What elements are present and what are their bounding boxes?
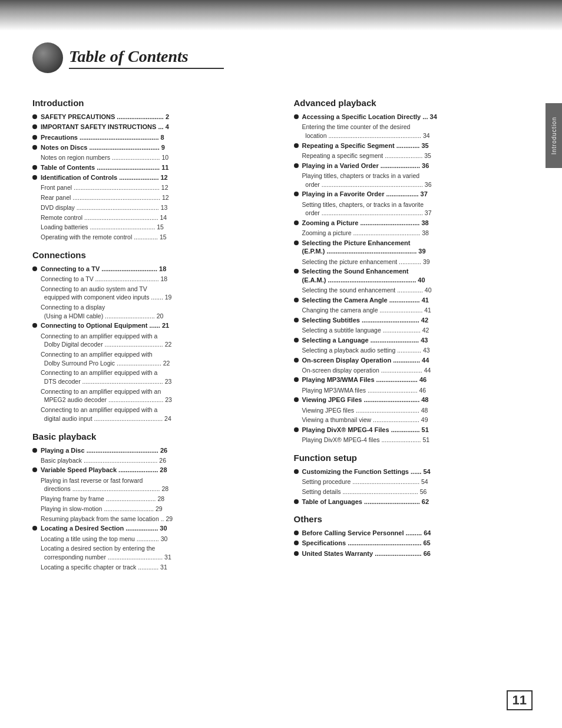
sub-item: Setting procedure ......................… [302,477,534,486]
item-label: Playing DivX® MPEG-4 Files .............… [302,426,534,434]
bullet-dot [294,220,299,225]
item-label: Selecting the Sound Enhancement(E.A.M.) … [302,267,534,284]
section-introduction: Introduction SAFETY PRECAUTIONS ........… [32,98,273,242]
bullet-dot [294,241,299,245]
section-function-setup: Function setup Customizing the Function … [294,453,534,506]
item-label: Viewing JPEG Files .....................… [302,396,534,404]
sub-item: Locating a title using the top menu ....… [41,535,273,543]
section-heading-connections: Connections [32,250,273,260]
sub-item: Connecting to an audio system and TV equ… [41,285,273,302]
sub-item: Selecting the sound enhancement ........… [302,286,534,295]
bullet-dot [32,266,37,271]
list-item: United States Warranty .................… [294,549,534,558]
list-item: Zooming a Picture ......................… [294,219,534,227]
bullet-dot [32,448,37,453]
list-item: Table of Languages .....................… [294,498,534,506]
sub-item: Front panel ............................… [41,183,273,192]
item-label: Playing in a Favorite Order ............… [302,190,534,198]
section-heading-others: Others [294,514,534,524]
list-item: Precautions ............................… [32,133,273,141]
sub-item: Connecting to an amplifier equipped with… [41,368,273,386]
bullet-dot [32,467,37,472]
bullet-dot [32,323,37,328]
section-heading-introduction: Introduction [32,98,273,108]
item-label: Selecting the Camera Angle .............… [302,296,534,304]
bullet-dot [294,377,299,382]
item-label: United States Warranty .................… [302,549,534,558]
list-item: Selecting the Camera Angle .............… [294,296,534,304]
list-item: Playing in a Favorite Order ............… [294,190,534,198]
sub-item: Entering the time counter of the desired… [302,123,534,140]
list-item: Table of Contents ......................… [32,163,273,172]
sub-item: Setting titles, chapters, or tracks in a… [302,200,534,218]
main-content: Table of Contents Introduction SAFETY PR… [0,42,562,611]
bullet-dot [294,427,299,432]
bullet-dot [32,135,37,140]
sub-item: Viewing JPEG files .....................… [302,406,534,415]
section-heading-function-setup: Function setup [294,453,534,463]
sub-item: Locating a desired section by entering t… [41,544,273,561]
item-label: Connecting to a TV .....................… [41,265,273,273]
bullet-dot [32,526,37,531]
item-label: Specifications .........................… [302,539,534,547]
item-label: Selecting the Picture Enhancement(E.P.M.… [302,239,534,256]
sub-item: Basic playback .........................… [41,456,273,465]
sub-item: Resuming playback from the same location… [41,515,273,523]
item-label: Table of Contents ......................… [41,163,273,172]
title-area: Table of Contents [32,42,534,73]
list-item: Before Calling Service Personnel .......… [294,529,534,537]
list-item: Playing a Disc .........................… [32,446,273,454]
page-title: Table of Contents [69,47,224,69]
sub-item: Selecting a subtitle language ..........… [302,326,534,335]
list-item: Notes on Discs .........................… [32,143,273,151]
bullet-dot [294,163,299,168]
bullet-dot [32,145,37,150]
item-label: Connecting to Optional Equipment ...... … [41,321,273,330]
right-column: Advanced playback Accessing a Specific L… [294,90,534,576]
list-item: Locating a Desired Section .............… [32,524,273,532]
sub-item: Viewing a thumbnail view ...............… [302,416,534,424]
list-item: Playing MP3/WMA Files ..................… [294,375,534,384]
bullet-dot [294,469,299,474]
sub-item: Playing in slow-motion .................… [41,505,273,513]
sub-item: Connecting to an amplifier equipped with… [41,332,273,349]
list-item: Identification of Controls .............… [32,173,273,182]
sub-item: Selecting a playback audio setting .....… [302,346,534,355]
bullet-dot [32,165,37,170]
list-item: Repeating a Specific Segment ...........… [294,141,534,150]
item-label: Zooming a Picture ......................… [302,219,534,227]
sub-item: Playing DivX® MPEG-4 files .............… [302,436,534,444]
bullet-dot [32,175,37,180]
sub-item: Locating a specific chapter or track ...… [41,563,273,572]
bullet-dot [294,318,299,322]
list-item: Specifications .........................… [294,539,534,547]
item-label: Accessing a Specific Location Directly .… [302,113,534,121]
item-label: Selecting a Language ...................… [302,336,534,344]
sub-item: Setting details ........................… [302,487,534,496]
sub-item: Playing in fast reverse or fast forward … [41,476,273,493]
list-item: On-screen Display Operation ............… [294,356,534,364]
list-item: Selecting a Language ...................… [294,336,534,344]
bullet-dot [294,143,299,148]
bullet-dot [32,114,37,119]
list-item: Selecting Subtitles ....................… [294,316,534,324]
section-heading-advanced-playback: Advanced playback [294,98,534,108]
list-item: SAFETY PRECAUTIONS .....................… [32,113,273,121]
bullet-dot [294,551,299,556]
section-connections: Connections Connecting to a TV .........… [32,250,273,423]
bullet-dot [294,397,299,402]
sub-item: Playing titles, chapters or tracks in a … [302,172,534,189]
bullet-dot [294,298,299,302]
item-label: Repeating a Specific Segment ...........… [302,141,534,150]
sub-item: Loading batteries ......................… [41,223,273,232]
sub-item: Notes on region numbers ................… [41,153,273,162]
sub-item: Playing MP3/WMA files ..................… [302,386,534,395]
sub-item: Changing the camera angle ..............… [302,306,534,315]
item-label: Before Calling Service Personnel .......… [302,529,534,537]
bullet-dot [294,499,299,504]
list-item: Variable Speed Playback ................… [32,466,273,474]
sub-item: Repeating a specific segment ...........… [302,151,534,160]
sub-item: Connecting to an amplifier equipped with… [41,406,273,423]
item-label: IMPORTANT SAFETY INSTRUCTIONS ... 4 [41,123,273,131]
item-label: Playing a Disc .........................… [41,446,273,454]
